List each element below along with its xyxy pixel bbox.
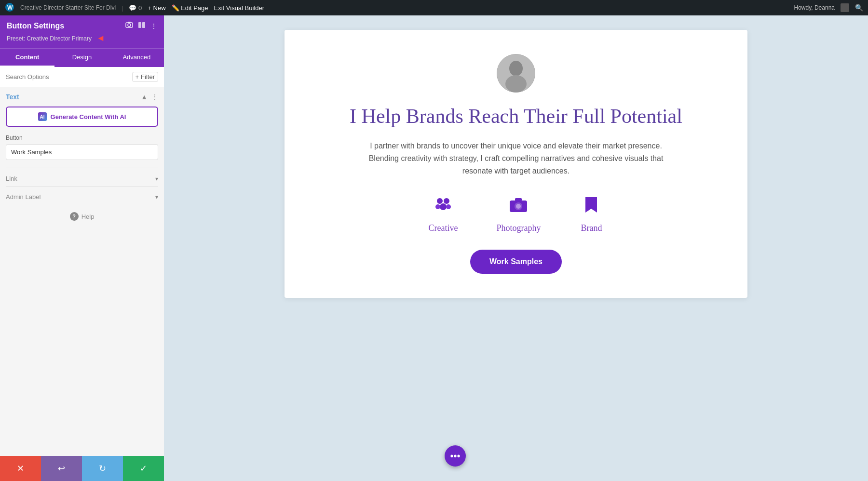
hero-avatar (497, 54, 535, 93)
creative-icon-item: Creative (429, 193, 458, 233)
svg-point-12 (444, 198, 449, 204)
page-card: I Help Brands Reach Their Full Potential… (285, 30, 747, 298)
svg-point-14 (435, 204, 440, 209)
preset-arrow-icon: ◄ (96, 33, 105, 43)
hero-title: I Help Brands Reach Their Full Potential (350, 104, 682, 128)
link-chevron-icon: ▾ (155, 175, 158, 182)
button-field-label: Button (6, 134, 158, 141)
tab-content[interactable]: Content (0, 49, 54, 67)
preset-label: Preset: Creative Director Primary (7, 35, 92, 42)
wp-admin-bar: W Creative Director Starter Site For Div… (0, 0, 868, 15)
panel-header-icons: ⋮ (125, 21, 157, 30)
photography-icon-item: Photography (496, 193, 541, 233)
comment-icon[interactable]: 💬 0 (129, 4, 142, 12)
svg-rect-4 (128, 22, 131, 23)
cta-button[interactable]: Work Samples (470, 250, 562, 274)
brand-icon-item: Brand (579, 193, 603, 233)
redo-button[interactable]: ↻ (82, 456, 123, 481)
edit-page-link[interactable]: ✏️ Edit Page (172, 4, 208, 12)
button-text-input[interactable] (6, 144, 158, 160)
svg-point-15 (446, 204, 451, 209)
left-panel: Button Settings ⋮ Preset: Creative Direc… (0, 15, 164, 481)
undo-button[interactable]: ↩ (41, 456, 82, 481)
section-controls: ▲ ⋮ (141, 93, 158, 101)
panel-content: Text ▲ ⋮ AI Generate Content With AI But… (0, 87, 164, 456)
fab-button[interactable]: ••• (445, 445, 466, 467)
svg-point-18 (516, 204, 521, 209)
photography-label: Photography (496, 223, 541, 233)
svg-point-13 (440, 203, 447, 210)
admin-label-chevron-icon: ▾ (155, 194, 158, 200)
panel-header: Button Settings ⋮ Preset: Creative Direc… (0, 15, 164, 48)
link-section-header[interactable]: Link ▾ (6, 175, 158, 182)
wp-logo-icon[interactable]: W (5, 2, 14, 13)
undo-icon: ↩ (58, 463, 65, 474)
panel-icon-camera[interactable] (125, 21, 133, 30)
redo-icon: ↻ (99, 463, 106, 474)
admin-label-title: Admin Label (6, 193, 41, 200)
help-section[interactable]: ? Help (6, 204, 158, 228)
panel-title: Button Settings (7, 22, 64, 30)
icons-row: Creative Photography (313, 193, 719, 233)
svg-text:W: W (7, 4, 13, 11)
svg-rect-19 (515, 198, 522, 201)
svg-point-9 (505, 75, 527, 93)
svg-rect-5 (138, 22, 141, 28)
save-icon: ✓ (140, 463, 147, 474)
panel-tabs: Content Design Advanced (0, 48, 164, 67)
svg-rect-6 (142, 22, 145, 28)
filter-icon: + (136, 73, 139, 80)
brand-label: Brand (581, 223, 602, 233)
svg-point-3 (128, 24, 131, 27)
tab-design[interactable]: Design (54, 49, 109, 67)
text-section-header: Text ▲ ⋮ (6, 93, 158, 101)
filter-label: Filter (141, 73, 155, 80)
separator: | (122, 4, 123, 12)
creative-label: Creative (429, 223, 458, 233)
panel-icon-columns[interactable] (138, 21, 146, 30)
text-section-dots[interactable]: ⋮ (151, 93, 158, 101)
right-content: I Help Brands Reach Their Full Potential… (164, 15, 868, 481)
ai-icon: AI (38, 112, 47, 121)
ai-button-label: Generate Content With AI (51, 113, 126, 120)
text-section-title: Text (6, 93, 19, 101)
save-button[interactable]: ✓ (123, 456, 164, 481)
svg-point-8 (509, 61, 523, 76)
help-label: Help (81, 213, 95, 220)
panel-footer: ✕ ↩ ↻ ✓ (0, 456, 164, 481)
exit-builder-link[interactable]: Exit Visual Builder (214, 4, 265, 12)
site-name[interactable]: Creative Director Starter Site For Divi (20, 4, 116, 11)
search-input[interactable] (6, 73, 128, 80)
new-menu-item[interactable]: + New (148, 4, 165, 12)
tab-advanced[interactable]: Advanced (109, 49, 164, 67)
howdy-label: Howdy, Deanna (794, 4, 835, 11)
svg-point-11 (437, 198, 443, 204)
fab-icon: ••• (450, 451, 460, 462)
cancel-icon: ✕ (17, 463, 24, 474)
filter-button[interactable]: + Filter (132, 72, 158, 82)
preset-row: Preset: Creative Director Primary ◄ (7, 33, 157, 43)
panel-icon-more[interactable]: ⋮ (150, 22, 157, 30)
search-bar: + Filter (0, 67, 164, 87)
admin-label-header[interactable]: Admin Label ▾ (6, 193, 158, 200)
admin-search-icon[interactable]: 🔍 (855, 4, 863, 12)
link-section: Link ▾ (6, 168, 158, 186)
text-section-chevron[interactable]: ▲ (141, 93, 148, 101)
creative-icon (431, 193, 455, 217)
brand-icon (579, 193, 603, 217)
cancel-button[interactable]: ✕ (0, 456, 41, 481)
avatar-image (497, 54, 535, 93)
admin-avatar (841, 3, 849, 12)
admin-label-section: Admin Label ▾ (6, 186, 158, 204)
link-section-title: Link (6, 175, 17, 182)
hero-subtitle: I partner with brands to uncover their u… (366, 140, 665, 177)
ai-generate-button[interactable]: AI Generate Content With AI (6, 107, 158, 127)
help-icon: ? (70, 212, 79, 221)
photography-icon (506, 193, 530, 217)
